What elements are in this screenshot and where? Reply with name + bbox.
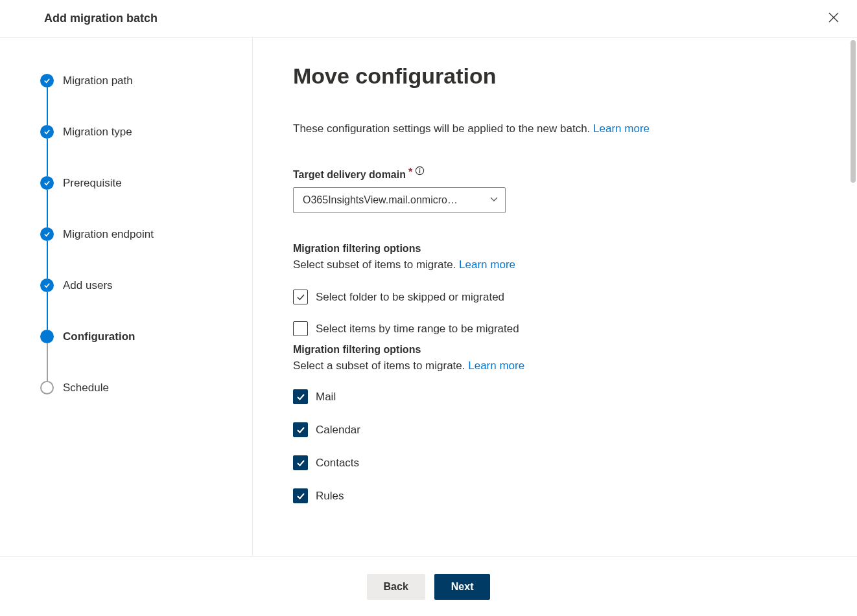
learn-more-link[interactable]: Learn more	[593, 122, 650, 135]
checkbox-timerange-label: Select items by time range to be migrate…	[316, 323, 519, 336]
checkbox-calendar[interactable]	[293, 422, 308, 437]
filtering-options-sub: Select subset of items to migrate. Learn…	[293, 258, 831, 271]
learn-more-link[interactable]: Learn more	[459, 258, 515, 271]
back-button[interactable]: Back	[367, 574, 425, 600]
checkbox-contacts[interactable]	[293, 455, 308, 470]
info-icon[interactable]	[415, 166, 425, 176]
checkmark-icon	[40, 125, 54, 139]
next-button[interactable]: Next	[434, 574, 491, 600]
checkmark-icon	[40, 176, 54, 190]
current-step-icon	[40, 330, 54, 343]
step-label: Schedule	[63, 381, 109, 394]
checkbox-rules[interactable]	[293, 488, 308, 503]
checkmark-icon	[40, 74, 54, 87]
close-button[interactable]	[823, 8, 844, 29]
step-prerequisite[interactable]: Prerequisite	[40, 176, 252, 227]
description-text: These configuration settings will be app…	[293, 122, 593, 135]
learn-more-link[interactable]: Learn more	[468, 359, 524, 372]
step-label: Configuration	[63, 330, 135, 343]
checkbox-folder[interactable]	[293, 290, 308, 304]
checkmark-icon	[40, 227, 54, 241]
checkmark-icon	[40, 279, 54, 292]
wizard-stepper: Migration path Migration type Prerequisi…	[0, 38, 253, 556]
step-label: Migration type	[63, 125, 132, 139]
filtering-options-heading: Migration filtering options	[293, 243, 831, 255]
step-label: Migration endpoint	[63, 227, 154, 241]
upcoming-step-icon	[40, 381, 54, 394]
svg-rect-2	[419, 170, 420, 173]
checkbox-rules-label: Rules	[316, 490, 344, 503]
checkbox-folder-label: Select folder to be skipped or migrated	[316, 291, 504, 304]
step-label: Add users	[63, 279, 113, 292]
step-configuration[interactable]: Configuration	[40, 330, 252, 381]
checkbox-calendar-label: Calendar	[316, 424, 360, 437]
chevron-down-icon	[489, 194, 499, 206]
step-migration-path[interactable]: Migration path	[40, 74, 252, 125]
filtering-options-heading-2: Migration filtering options	[293, 344, 831, 356]
step-label: Prerequisite	[63, 176, 122, 190]
filtering-options-sub-2: Select a subset of items to migrate. Lea…	[293, 359, 831, 372]
scrollbar-thumb[interactable]	[851, 40, 856, 183]
svg-point-1	[419, 168, 421, 169]
main-content: Move configuration These configuration s…	[253, 38, 857, 556]
page-title: Add migration batch	[44, 12, 158, 25]
select-value: O365InsightsView.mail.onmicro…	[303, 194, 458, 206]
checkbox-mail[interactable]	[293, 389, 308, 404]
step-schedule[interactable]: Schedule	[40, 381, 252, 432]
close-icon	[828, 12, 839, 25]
description: These configuration settings will be app…	[293, 122, 831, 135]
target-domain-label: Target delivery domain *	[293, 169, 425, 181]
step-migration-type[interactable]: Migration type	[40, 125, 252, 176]
checkbox-timerange[interactable]	[293, 321, 308, 336]
page-heading: Move configuration	[293, 63, 831, 89]
step-add-users[interactable]: Add users	[40, 279, 252, 330]
checkbox-mail-label: Mail	[316, 391, 336, 404]
footer: Back Next	[0, 556, 857, 616]
step-label: Migration path	[63, 74, 133, 87]
step-migration-endpoint[interactable]: Migration endpoint	[40, 227, 252, 279]
target-domain-select[interactable]: O365InsightsView.mail.onmicro…	[293, 187, 506, 213]
required-indicator: *	[408, 166, 412, 178]
checkbox-contacts-label: Contacts	[316, 457, 359, 470]
